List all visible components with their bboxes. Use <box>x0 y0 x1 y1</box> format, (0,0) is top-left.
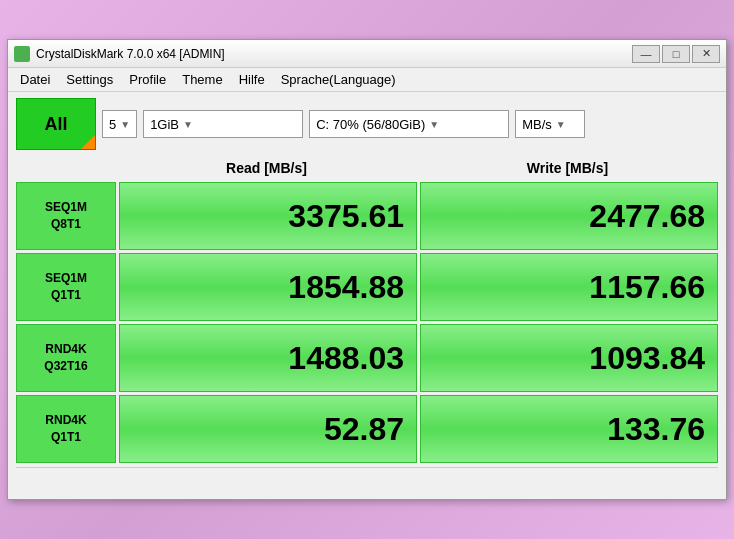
menu-settings[interactable]: Settings <box>58 70 121 89</box>
table-row: SEQ1M Q8T1 3375.61 2477.68 <box>16 182 718 250</box>
menu-theme[interactable]: Theme <box>174 70 230 89</box>
units-arrow: ▼ <box>556 119 566 130</box>
size-arrow: ▼ <box>183 119 193 130</box>
row-label-2: RND4K Q32T16 <box>16 324 116 392</box>
units-dropdown[interactable]: MB/s ▼ <box>515 110 585 138</box>
runs-value: 5 <box>109 117 116 132</box>
status-bar <box>16 467 718 491</box>
row-label-0: SEQ1M Q8T1 <box>16 182 116 250</box>
column-headers: Read [MB/s] Write [MB/s] <box>16 156 718 180</box>
row-label-3: RND4K Q1T1 <box>16 395 116 463</box>
main-window: CrystalDiskMark 7.0.0 x64 [ADMIN] — □ ✕ … <box>7 39 727 500</box>
content-area: Read [MB/s] Write [MB/s] SEQ1M Q8T1 3375… <box>8 156 726 499</box>
read-value-1: 1854.88 <box>119 253 417 321</box>
title-bar: CrystalDiskMark 7.0.0 x64 [ADMIN] — □ ✕ <box>8 40 726 68</box>
label-spacer <box>16 156 116 180</box>
read-value-3: 52.87 <box>119 395 417 463</box>
read-value-2: 1488.03 <box>119 324 417 392</box>
table-row: RND4K Q32T16 1488.03 1093.84 <box>16 324 718 392</box>
write-value-2: 1093.84 <box>420 324 718 392</box>
minimize-button[interactable]: — <box>632 45 660 63</box>
size-dropdown[interactable]: 1GiB ▼ <box>143 110 303 138</box>
row-label-1: SEQ1M Q1T1 <box>16 253 116 321</box>
drive-value: C: 70% (56/80GiB) <box>316 117 425 132</box>
menu-datei[interactable]: Datei <box>12 70 58 89</box>
write-header: Write [MB/s] <box>417 156 718 180</box>
app-icon <box>14 46 30 62</box>
window-title: CrystalDiskMark 7.0.0 x64 [ADMIN] <box>36 47 632 61</box>
table-row: SEQ1M Q1T1 1854.88 1157.66 <box>16 253 718 321</box>
read-header: Read [MB/s] <box>116 156 417 180</box>
write-value-0: 2477.68 <box>420 182 718 250</box>
toolbar: All 5 ▼ 1GiB ▼ C: 70% (56/80GiB) ▼ MB/s … <box>8 92 726 156</box>
runs-arrow: ▼ <box>120 119 130 130</box>
data-rows: SEQ1M Q8T1 3375.61 2477.68 SEQ1M Q1T1 18… <box>16 182 718 463</box>
all-button[interactable]: All <box>16 98 96 150</box>
close-button[interactable]: ✕ <box>692 45 720 63</box>
drive-arrow: ▼ <box>429 119 439 130</box>
menu-hilfe[interactable]: Hilfe <box>231 70 273 89</box>
read-value-0: 3375.61 <box>119 182 417 250</box>
write-value-3: 133.76 <box>420 395 718 463</box>
drive-dropdown[interactable]: C: 70% (56/80GiB) ▼ <box>309 110 509 138</box>
runs-dropdown[interactable]: 5 ▼ <box>102 110 137 138</box>
table-row: RND4K Q1T1 52.87 133.76 <box>16 395 718 463</box>
menu-bar: Datei Settings Profile Theme Hilfe Sprac… <box>8 68 726 92</box>
write-value-1: 1157.66 <box>420 253 718 321</box>
size-value: 1GiB <box>150 117 179 132</box>
units-value: MB/s <box>522 117 552 132</box>
menu-language[interactable]: Sprache(Language) <box>273 70 404 89</box>
menu-profile[interactable]: Profile <box>121 70 174 89</box>
window-controls: — □ ✕ <box>632 45 720 63</box>
maximize-button[interactable]: □ <box>662 45 690 63</box>
